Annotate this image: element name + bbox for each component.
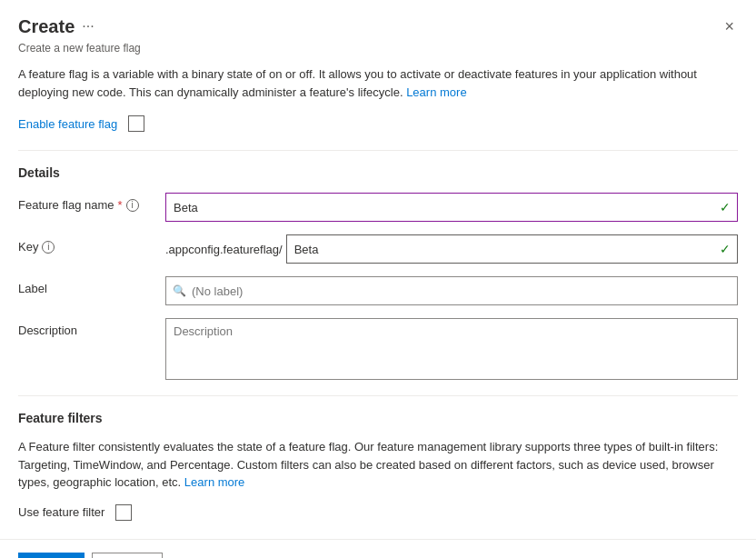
key-label: Key i [18,234,154,254]
discard-button[interactable]: Discard [92,553,163,559]
key-input-container: ✓ [286,234,738,264]
divider-1 [18,150,738,151]
key-row: Key i .appconfig.featureflag/ ✓ [18,234,738,264]
label-input-wrap: 🔍 [165,276,738,305]
use-filter-label: Use feature filter [18,505,104,519]
label-input[interactable] [165,276,738,305]
label-label: Label [18,276,154,295]
feature-filters-title: Feature filters [18,411,738,425]
close-button[interactable]: × [721,15,738,38]
create-panel: Create ··· × Create a new feature flag A… [0,0,756,558]
description-row: Description [18,318,738,383]
feature-filters-section: Feature filters A Feature filter consist… [18,411,738,521]
feature-flag-name-row: Feature flag name * i ✓ [18,193,738,222]
label-row: Label 🔍 [18,276,738,305]
enable-feature-flag-checkbox[interactable] [128,115,144,132]
feature-flag-name-input[interactable] [165,193,738,222]
key-info-icon[interactable]: i [42,241,55,254]
key-input-wrap-outer: .appconfig.featureflag/ ✓ [165,234,738,264]
key-row-inner: .appconfig.featureflag/ ✓ [165,234,738,264]
panel-title: Create [18,16,75,37]
enable-feature-flag-row: Enable feature flag [18,115,738,132]
feature-flag-name-input-wrap: ✓ [165,193,738,222]
divider-2 [18,395,738,396]
use-feature-filter-checkbox[interactable] [115,504,132,521]
label-input-container: 🔍 [165,276,738,305]
feature-flag-name-input-container: ✓ [165,193,738,222]
intro-description: A feature flag is a variable with a bina… [18,65,738,101]
details-section-title: Details [18,165,738,180]
description-textarea[interactable] [165,318,738,380]
learn-more-link-1[interactable]: Learn more [406,85,466,99]
key-input[interactable] [286,234,738,264]
enable-feature-flag-label: Enable feature flag [18,117,117,131]
feature-flag-name-info-icon[interactable]: i [126,199,139,212]
description-label: Description [18,318,154,337]
use-filter-row: Use feature filter [18,504,738,521]
key-check-icon: ✓ [720,242,731,256]
description-input-wrap [165,318,738,383]
panel-body: A feature flag is a variable with a bina… [0,65,756,539]
feature-flag-name-check-icon: ✓ [720,200,731,214]
panel-title-row: Create ··· [18,16,94,37]
panel-footer: Apply Discard [0,539,756,559]
apply-button[interactable]: Apply [18,553,85,559]
feature-flag-name-label: Feature flag name * i [18,193,154,212]
learn-more-link-2[interactable]: Learn more [184,475,244,489]
ellipsis-menu[interactable]: ··· [82,18,94,35]
key-prefix: .appconfig.featureflag/ [165,243,286,256]
label-search-icon: 🔍 [173,284,186,297]
panel-header: Create ··· × [0,0,756,42]
panel-subtitle: Create a new feature flag [0,42,756,65]
required-asterisk: * [118,198,123,212]
feature-filters-description: A Feature filter consistently evaluates … [18,438,738,492]
